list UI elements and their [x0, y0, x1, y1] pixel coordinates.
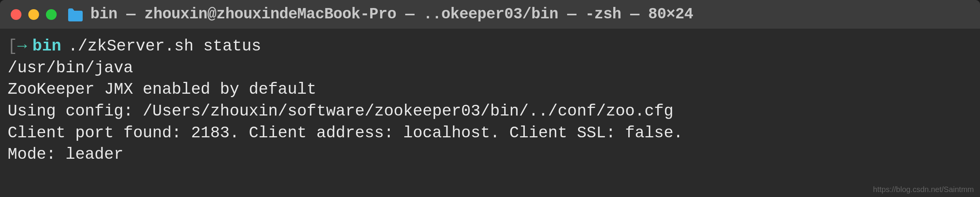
output-line: Mode: leader	[8, 144, 972, 166]
output-line: /usr/bin/java	[8, 57, 972, 79]
maximize-button[interactable]	[46, 9, 57, 20]
prompt-command: ./zkServer.sh status	[68, 36, 261, 57]
window-title: bin — zhouxin@zhouxindeMacBook-Pro — ..o…	[90, 6, 693, 23]
watermark: https://blog.csdn.net/Saintmm	[873, 185, 974, 194]
traffic-lights	[11, 9, 57, 20]
prompt-line: [ → bin ./zkServer.sh status	[8, 36, 972, 57]
output-line: Client port found: 2183. Client address:…	[8, 122, 972, 144]
minimize-button[interactable]	[28, 9, 39, 20]
titlebar: bin — zhouxin@zhouxindeMacBook-Pro — ..o…	[0, 0, 980, 29]
close-button[interactable]	[11, 9, 21, 20]
folder-icon	[67, 8, 83, 21]
prompt-arrow: →	[17, 36, 27, 57]
bracket-open: [	[8, 36, 17, 57]
output-line: ZooKeeper JMX enabled by default	[8, 79, 972, 101]
terminal-content[interactable]: [ → bin ./zkServer.sh status /usr/bin/ja…	[0, 29, 980, 173]
prompt-dir: bin	[32, 36, 61, 57]
terminal-window: bin — zhouxin@zhouxindeMacBook-Pro — ..o…	[0, 0, 980, 197]
output-line: Using config: /Users/zhouxin/software/zo…	[8, 101, 972, 122]
